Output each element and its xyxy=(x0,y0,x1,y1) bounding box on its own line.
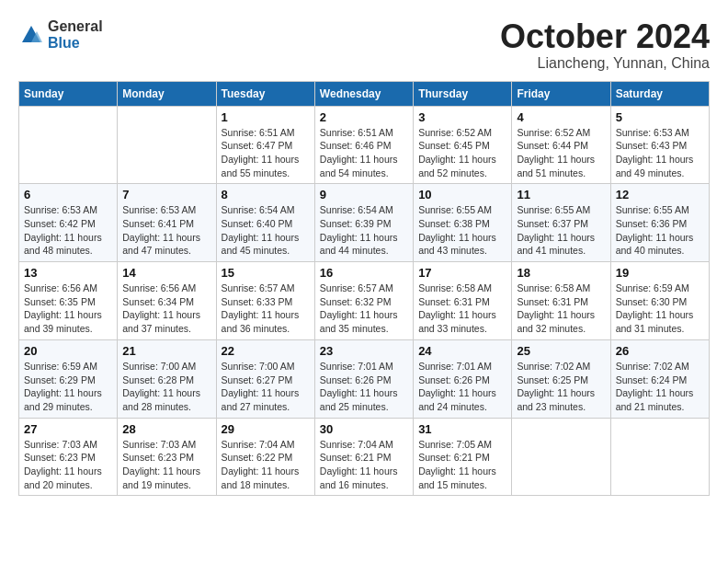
calendar-cell xyxy=(512,418,610,496)
day-detail: Sunrise: 7:02 AM Sunset: 6:24 PM Dayligh… xyxy=(616,360,704,414)
day-detail: Sunrise: 7:02 AM Sunset: 6:25 PM Dayligh… xyxy=(517,360,605,414)
day-number: 6 xyxy=(24,188,112,201)
header-tuesday: Tuesday xyxy=(216,81,314,106)
calendar-cell: 22Sunrise: 7:00 AM Sunset: 6:27 PM Dayli… xyxy=(216,339,314,418)
header-monday: Monday xyxy=(118,81,216,106)
day-number: 11 xyxy=(517,188,605,201)
calendar-cell xyxy=(610,418,709,496)
calendar-cell: 31Sunrise: 7:05 AM Sunset: 6:21 PM Dayli… xyxy=(414,418,512,496)
calendar-cell: 26Sunrise: 7:02 AM Sunset: 6:24 PM Dayli… xyxy=(610,339,709,418)
day-detail: Sunrise: 7:03 AM Sunset: 6:23 PM Dayligh… xyxy=(24,438,112,492)
week-row-2: 6Sunrise: 6:53 AM Sunset: 6:42 PM Daylig… xyxy=(19,184,710,262)
day-number: 5 xyxy=(616,110,704,124)
day-number: 17 xyxy=(418,266,506,280)
calendar-cell: 15Sunrise: 6:57 AM Sunset: 6:33 PM Dayli… xyxy=(216,262,314,340)
day-number: 14 xyxy=(122,266,210,280)
calendar-cell: 11Sunrise: 6:55 AM Sunset: 6:37 PM Dayli… xyxy=(512,184,610,262)
day-number: 3 xyxy=(418,110,506,124)
day-number: 12 xyxy=(616,188,704,201)
calendar-cell: 6Sunrise: 6:53 AM Sunset: 6:42 PM Daylig… xyxy=(19,184,118,262)
calendar-header: SundayMondayTuesdayWednesdayThursdayFrid… xyxy=(19,81,710,106)
calendar-cell xyxy=(19,106,118,184)
calendar-cell: 29Sunrise: 7:04 AM Sunset: 6:22 PM Dayli… xyxy=(216,418,314,496)
page-header: General Blue October 2024 Liancheng, Yun… xyxy=(18,18,710,72)
week-row-3: 13Sunrise: 6:56 AM Sunset: 6:35 PM Dayli… xyxy=(19,262,710,340)
calendar-cell: 24Sunrise: 7:01 AM Sunset: 6:26 PM Dayli… xyxy=(414,339,512,418)
day-number: 25 xyxy=(517,344,605,358)
day-detail: Sunrise: 6:56 AM Sunset: 6:34 PM Dayligh… xyxy=(122,282,210,336)
logo-text: General Blue xyxy=(48,18,103,51)
logo: General Blue xyxy=(18,18,103,51)
day-detail: Sunrise: 6:53 AM Sunset: 6:43 PM Dayligh… xyxy=(616,126,704,180)
calendar-cell: 25Sunrise: 7:02 AM Sunset: 6:25 PM Dayli… xyxy=(512,339,610,418)
day-detail: Sunrise: 6:52 AM Sunset: 6:45 PM Dayligh… xyxy=(418,126,506,180)
day-detail: Sunrise: 7:04 AM Sunset: 6:22 PM Dayligh… xyxy=(222,438,310,492)
location: Liancheng, Yunnan, China xyxy=(500,55,710,72)
calendar-cell: 8Sunrise: 6:54 AM Sunset: 6:40 PM Daylig… xyxy=(216,184,314,262)
day-detail: Sunrise: 7:01 AM Sunset: 6:26 PM Dayligh… xyxy=(320,360,408,414)
day-detail: Sunrise: 7:01 AM Sunset: 6:26 PM Dayligh… xyxy=(418,360,506,414)
calendar-cell: 14Sunrise: 6:56 AM Sunset: 6:34 PM Dayli… xyxy=(118,262,216,340)
logo-general: General xyxy=(48,18,103,35)
day-detail: Sunrise: 6:51 AM Sunset: 6:46 PM Dayligh… xyxy=(320,126,408,180)
calendar-cell: 7Sunrise: 6:53 AM Sunset: 6:41 PM Daylig… xyxy=(118,184,216,262)
day-detail: Sunrise: 7:00 AM Sunset: 6:28 PM Dayligh… xyxy=(122,360,210,414)
day-detail: Sunrise: 6:53 AM Sunset: 6:41 PM Dayligh… xyxy=(122,203,210,258)
header-wednesday: Wednesday xyxy=(314,81,413,106)
day-detail: Sunrise: 6:57 AM Sunset: 6:32 PM Dayligh… xyxy=(320,282,408,336)
calendar-cell: 17Sunrise: 6:58 AM Sunset: 6:31 PM Dayli… xyxy=(414,262,512,340)
calendar-cell: 9Sunrise: 6:54 AM Sunset: 6:39 PM Daylig… xyxy=(314,184,413,262)
day-detail: Sunrise: 6:54 AM Sunset: 6:40 PM Dayligh… xyxy=(222,203,310,258)
day-detail: Sunrise: 6:52 AM Sunset: 6:44 PM Dayligh… xyxy=(517,126,605,180)
day-number: 22 xyxy=(222,344,310,358)
day-detail: Sunrise: 7:00 AM Sunset: 6:27 PM Dayligh… xyxy=(222,360,310,414)
day-number: 28 xyxy=(122,422,210,436)
calendar-cell: 23Sunrise: 7:01 AM Sunset: 6:26 PM Dayli… xyxy=(314,339,413,418)
day-number: 18 xyxy=(517,266,605,280)
calendar-cell: 27Sunrise: 7:03 AM Sunset: 6:23 PM Dayli… xyxy=(19,418,118,496)
day-number: 7 xyxy=(122,188,210,201)
day-detail: Sunrise: 6:58 AM Sunset: 6:31 PM Dayligh… xyxy=(517,282,605,336)
week-row-5: 27Sunrise: 7:03 AM Sunset: 6:23 PM Dayli… xyxy=(19,418,710,496)
day-number: 27 xyxy=(24,422,112,436)
day-number: 31 xyxy=(418,422,506,436)
calendar-cell: 28Sunrise: 7:03 AM Sunset: 6:23 PM Dayli… xyxy=(118,418,216,496)
day-detail: Sunrise: 7:05 AM Sunset: 6:21 PM Dayligh… xyxy=(418,438,506,492)
day-detail: Sunrise: 6:53 AM Sunset: 6:42 PM Dayligh… xyxy=(24,203,112,258)
logo-icon xyxy=(18,22,44,48)
header-friday: Friday xyxy=(512,81,610,106)
calendar-table: SundayMondayTuesdayWednesdayThursdayFrid… xyxy=(18,81,710,497)
week-row-1: 1Sunrise: 6:51 AM Sunset: 6:47 PM Daylig… xyxy=(19,106,710,184)
day-detail: Sunrise: 6:51 AM Sunset: 6:47 PM Dayligh… xyxy=(222,126,310,180)
logo-blue: Blue xyxy=(48,35,103,52)
day-number: 10 xyxy=(418,188,506,201)
day-number: 23 xyxy=(320,344,408,358)
calendar-body: 1Sunrise: 6:51 AM Sunset: 6:47 PM Daylig… xyxy=(19,106,710,496)
header-thursday: Thursday xyxy=(414,81,512,106)
calendar-cell: 16Sunrise: 6:57 AM Sunset: 6:32 PM Dayli… xyxy=(314,262,413,340)
day-number: 26 xyxy=(616,344,704,358)
day-number: 1 xyxy=(222,110,310,124)
day-number: 19 xyxy=(616,266,704,280)
calendar-cell xyxy=(118,106,216,184)
day-number: 16 xyxy=(320,266,408,280)
day-number: 8 xyxy=(222,188,310,201)
calendar-cell: 2Sunrise: 6:51 AM Sunset: 6:46 PM Daylig… xyxy=(314,106,413,184)
day-detail: Sunrise: 6:54 AM Sunset: 6:39 PM Dayligh… xyxy=(320,203,408,258)
day-number: 15 xyxy=(222,266,310,280)
header-saturday: Saturday xyxy=(610,81,709,106)
calendar-cell: 10Sunrise: 6:55 AM Sunset: 6:38 PM Dayli… xyxy=(414,184,512,262)
day-detail: Sunrise: 7:03 AM Sunset: 6:23 PM Dayligh… xyxy=(122,438,210,492)
day-detail: Sunrise: 6:56 AM Sunset: 6:35 PM Dayligh… xyxy=(24,282,112,336)
day-number: 29 xyxy=(222,422,310,436)
day-number: 21 xyxy=(122,344,210,358)
day-detail: Sunrise: 6:57 AM Sunset: 6:33 PM Dayligh… xyxy=(222,282,310,336)
header-sunday: Sunday xyxy=(19,81,118,106)
day-number: 4 xyxy=(517,110,605,124)
calendar-cell: 4Sunrise: 6:52 AM Sunset: 6:44 PM Daylig… xyxy=(512,106,610,184)
calendar-cell: 3Sunrise: 6:52 AM Sunset: 6:45 PM Daylig… xyxy=(414,106,512,184)
calendar-cell: 12Sunrise: 6:55 AM Sunset: 6:36 PM Dayli… xyxy=(610,184,709,262)
day-number: 2 xyxy=(320,110,408,124)
day-detail: Sunrise: 6:55 AM Sunset: 6:38 PM Dayligh… xyxy=(418,203,506,258)
day-number: 24 xyxy=(418,344,506,358)
